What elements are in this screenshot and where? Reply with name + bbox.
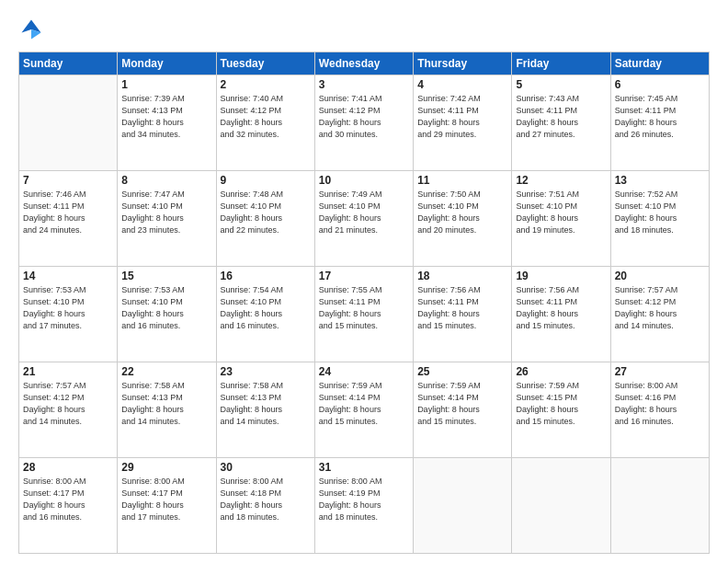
day-info: Sunrise: 7:48 AM Sunset: 4:10 PM Dayligh… bbox=[221, 189, 311, 236]
day-info: Sunrise: 7:56 AM Sunset: 4:11 PM Dayligh… bbox=[516, 284, 606, 332]
day-number: 28 bbox=[23, 461, 113, 474]
calendar-cell: 7Sunrise: 7:46 AM Sunset: 4:11 PM Daylig… bbox=[19, 171, 118, 267]
calendar-cell: 2Sunrise: 7:40 AM Sunset: 4:12 PM Daylig… bbox=[216, 75, 314, 171]
calendar-week-row: 28Sunrise: 8:00 AM Sunset: 4:17 PM Dayli… bbox=[19, 458, 710, 554]
day-number: 4 bbox=[417, 78, 507, 91]
day-info: Sunrise: 7:55 AM Sunset: 4:11 PM Dayligh… bbox=[319, 284, 409, 332]
day-info: Sunrise: 7:53 AM Sunset: 4:10 PM Dayligh… bbox=[121, 284, 211, 332]
calendar-cell: 23Sunrise: 7:58 AM Sunset: 4:13 PM Dayli… bbox=[216, 362, 314, 458]
calendar-header-row: SundayMondayTuesdayWednesdayThursdayFrid… bbox=[19, 52, 710, 75]
day-info: Sunrise: 7:45 AM Sunset: 4:11 PM Dayligh… bbox=[615, 93, 705, 141]
day-info: Sunrise: 7:39 AM Sunset: 4:13 PM Dayligh… bbox=[121, 93, 211, 141]
day-number: 10 bbox=[319, 174, 409, 187]
calendar-cell: 25Sunrise: 7:59 AM Sunset: 4:14 PM Dayli… bbox=[414, 362, 512, 458]
day-info: Sunrise: 7:42 AM Sunset: 4:11 PM Dayligh… bbox=[417, 93, 507, 141]
day-number: 29 bbox=[121, 461, 211, 474]
day-number: 11 bbox=[417, 174, 507, 187]
calendar-cell: 21Sunrise: 7:57 AM Sunset: 4:12 PM Dayli… bbox=[19, 362, 118, 458]
day-info: Sunrise: 7:56 AM Sunset: 4:11 PM Dayligh… bbox=[417, 284, 507, 332]
day-number: 22 bbox=[121, 365, 211, 378]
calendar-cell: 24Sunrise: 7:59 AM Sunset: 4:14 PM Dayli… bbox=[314, 362, 413, 458]
calendar-cell: 4Sunrise: 7:42 AM Sunset: 4:11 PM Daylig… bbox=[414, 75, 512, 171]
calendar-cell: 29Sunrise: 8:00 AM Sunset: 4:17 PM Dayli… bbox=[118, 458, 216, 554]
day-info: Sunrise: 7:46 AM Sunset: 4:11 PM Dayligh… bbox=[23, 189, 113, 236]
calendar-cell: 19Sunrise: 7:56 AM Sunset: 4:11 PM Dayli… bbox=[512, 267, 610, 362]
calendar-cell: 12Sunrise: 7:51 AM Sunset: 4:10 PM Dayli… bbox=[512, 171, 610, 267]
day-info: Sunrise: 8:00 AM Sunset: 4:19 PM Dayligh… bbox=[319, 476, 409, 523]
day-number: 24 bbox=[319, 365, 409, 378]
calendar-cell: 10Sunrise: 7:49 AM Sunset: 4:10 PM Dayli… bbox=[314, 171, 413, 267]
calendar-cell: 20Sunrise: 7:57 AM Sunset: 4:12 PM Dayli… bbox=[610, 267, 709, 362]
day-info: Sunrise: 7:57 AM Sunset: 4:12 PM Dayligh… bbox=[615, 284, 705, 332]
calendar-cell: 27Sunrise: 8:00 AM Sunset: 4:16 PM Dayli… bbox=[610, 362, 709, 458]
day-info: Sunrise: 7:59 AM Sunset: 4:14 PM Dayligh… bbox=[417, 380, 507, 428]
day-number: 14 bbox=[23, 270, 113, 282]
day-number: 31 bbox=[319, 461, 409, 474]
day-info: Sunrise: 8:00 AM Sunset: 4:16 PM Dayligh… bbox=[615, 380, 705, 428]
calendar-cell: 30Sunrise: 8:00 AM Sunset: 4:18 PM Dayli… bbox=[216, 458, 314, 554]
calendar-cell bbox=[610, 458, 709, 554]
day-number: 1 bbox=[121, 78, 211, 91]
day-info: Sunrise: 7:53 AM Sunset: 4:10 PM Dayligh… bbox=[23, 284, 113, 332]
calendar-week-row: 21Sunrise: 7:57 AM Sunset: 4:12 PM Dayli… bbox=[19, 362, 710, 458]
day-info: Sunrise: 7:49 AM Sunset: 4:10 PM Dayligh… bbox=[319, 189, 409, 236]
logo bbox=[18, 17, 48, 42]
day-number: 19 bbox=[516, 270, 606, 282]
day-info: Sunrise: 7:40 AM Sunset: 4:12 PM Dayligh… bbox=[221, 93, 311, 141]
calendar-cell bbox=[414, 458, 512, 554]
day-number: 2 bbox=[221, 78, 311, 91]
day-number: 8 bbox=[121, 174, 211, 187]
day-number: 23 bbox=[221, 365, 311, 378]
day-info: Sunrise: 7:59 AM Sunset: 4:15 PM Dayligh… bbox=[516, 380, 606, 428]
calendar-week-row: 14Sunrise: 7:53 AM Sunset: 4:10 PM Dayli… bbox=[19, 267, 710, 362]
calendar-cell: 5Sunrise: 7:43 AM Sunset: 4:11 PM Daylig… bbox=[512, 75, 610, 171]
calendar-cell bbox=[512, 458, 610, 554]
calendar-cell bbox=[19, 75, 118, 171]
day-number: 18 bbox=[417, 270, 507, 282]
calendar-cell: 11Sunrise: 7:50 AM Sunset: 4:10 PM Dayli… bbox=[414, 171, 512, 267]
weekday-header-tuesday: Tuesday bbox=[216, 52, 314, 75]
day-info: Sunrise: 7:58 AM Sunset: 4:13 PM Dayligh… bbox=[221, 380, 311, 428]
calendar-cell: 17Sunrise: 7:55 AM Sunset: 4:11 PM Dayli… bbox=[314, 267, 413, 362]
day-number: 20 bbox=[615, 270, 705, 282]
calendar-cell: 1Sunrise: 7:39 AM Sunset: 4:13 PM Daylig… bbox=[118, 75, 216, 171]
day-info: Sunrise: 8:00 AM Sunset: 4:18 PM Dayligh… bbox=[221, 476, 311, 523]
day-info: Sunrise: 7:51 AM Sunset: 4:10 PM Dayligh… bbox=[516, 189, 606, 236]
day-number: 15 bbox=[121, 270, 211, 282]
day-number: 26 bbox=[516, 365, 606, 378]
calendar-cell: 18Sunrise: 7:56 AM Sunset: 4:11 PM Dayli… bbox=[414, 267, 512, 362]
weekday-header-friday: Friday bbox=[512, 52, 610, 75]
day-info: Sunrise: 7:59 AM Sunset: 4:14 PM Dayligh… bbox=[319, 380, 409, 428]
calendar-cell: 8Sunrise: 7:47 AM Sunset: 4:10 PM Daylig… bbox=[118, 171, 216, 267]
day-info: Sunrise: 7:58 AM Sunset: 4:13 PM Dayligh… bbox=[121, 380, 211, 428]
day-number: 21 bbox=[23, 365, 113, 378]
day-info: Sunrise: 7:57 AM Sunset: 4:12 PM Dayligh… bbox=[23, 380, 113, 428]
logo-icon bbox=[18, 17, 44, 42]
day-info: Sunrise: 7:50 AM Sunset: 4:10 PM Dayligh… bbox=[417, 189, 507, 236]
day-info: Sunrise: 7:41 AM Sunset: 4:12 PM Dayligh… bbox=[319, 93, 409, 141]
day-number: 17 bbox=[319, 270, 409, 282]
calendar-table: SundayMondayTuesdayWednesdayThursdayFrid… bbox=[18, 52, 710, 554]
calendar-cell: 15Sunrise: 7:53 AM Sunset: 4:10 PM Dayli… bbox=[118, 267, 216, 362]
calendar-cell: 16Sunrise: 7:54 AM Sunset: 4:10 PM Dayli… bbox=[216, 267, 314, 362]
day-info: Sunrise: 7:47 AM Sunset: 4:10 PM Dayligh… bbox=[121, 189, 211, 236]
page-header bbox=[18, 17, 710, 42]
day-number: 9 bbox=[221, 174, 311, 187]
day-info: Sunrise: 7:54 AM Sunset: 4:10 PM Dayligh… bbox=[221, 284, 311, 332]
calendar-week-row: 7Sunrise: 7:46 AM Sunset: 4:11 PM Daylig… bbox=[19, 171, 710, 267]
day-number: 16 bbox=[221, 270, 311, 282]
weekday-header-wednesday: Wednesday bbox=[314, 52, 413, 75]
day-number: 30 bbox=[221, 461, 311, 474]
calendar-cell: 28Sunrise: 8:00 AM Sunset: 4:17 PM Dayli… bbox=[19, 458, 118, 554]
calendar-cell: 3Sunrise: 7:41 AM Sunset: 4:12 PM Daylig… bbox=[314, 75, 413, 171]
day-info: Sunrise: 8:00 AM Sunset: 4:17 PM Dayligh… bbox=[23, 476, 113, 523]
day-number: 7 bbox=[23, 174, 113, 187]
day-number: 6 bbox=[615, 78, 705, 91]
calendar-cell: 13Sunrise: 7:52 AM Sunset: 4:10 PM Dayli… bbox=[610, 171, 709, 267]
calendar-cell: 26Sunrise: 7:59 AM Sunset: 4:15 PM Dayli… bbox=[512, 362, 610, 458]
calendar-cell: 6Sunrise: 7:45 AM Sunset: 4:11 PM Daylig… bbox=[610, 75, 709, 171]
day-number: 5 bbox=[516, 78, 606, 91]
weekday-header-thursday: Thursday bbox=[414, 52, 512, 75]
weekday-header-monday: Monday bbox=[118, 52, 216, 75]
day-number: 25 bbox=[417, 365, 507, 378]
